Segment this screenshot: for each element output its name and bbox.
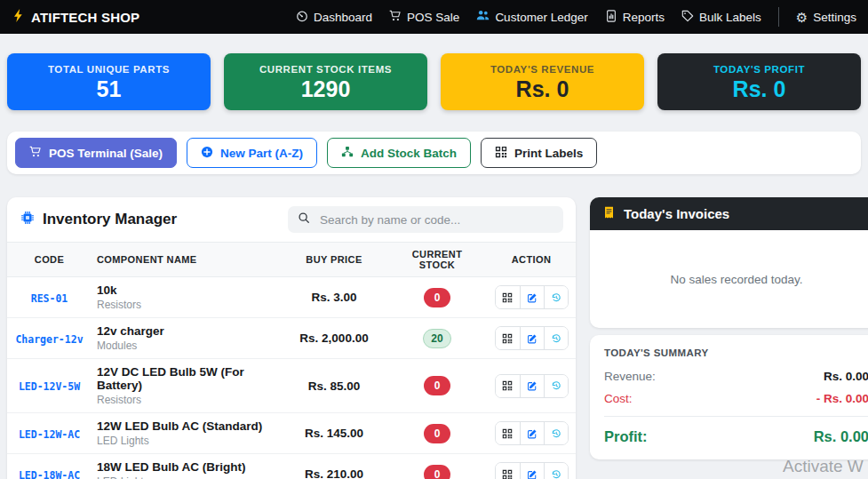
profit-value: Rs. 0.00 <box>814 428 868 445</box>
stat-card-todays-revenue: TODAY'S REVENUE Rs. 0 <box>441 53 644 110</box>
part-code-link[interactable]: LED-18W-AC <box>19 469 80 479</box>
search-box[interactable] <box>288 206 563 233</box>
part-code-link[interactable]: RES-01 <box>31 292 68 305</box>
summary-heading: TODAY'S SUMMARY <box>604 347 868 358</box>
nav-item-customer-ledger[interactable]: Customer Ledger <box>476 9 587 25</box>
file-bar-graph-icon <box>605 10 617 25</box>
part-code-link[interactable]: LED-12V-5W <box>19 380 80 393</box>
edit-button[interactable] <box>520 327 544 349</box>
nav-item-settings[interactable]: ⚙ Settings <box>796 11 856 24</box>
component-category: LED Lights <box>97 435 275 447</box>
stat-label: CURRENT STOCK ITEMS <box>259 64 392 75</box>
invoices-panel-header: Today's Invoices <box>590 197 868 230</box>
table-row: LED-12W-AC 12W LED Bulb AC (Standard) LE… <box>7 413 576 454</box>
search-icon <box>298 212 310 228</box>
gears-icon: ⚙ <box>796 11 808 24</box>
edit-button[interactable] <box>520 286 544 308</box>
stat-value: Rs. 0 <box>516 78 569 100</box>
button-label: Print Labels <box>514 147 583 160</box>
qr-label-button[interactable] <box>496 375 520 397</box>
summary-cost-row: Cost: - Rs. 0.00 <box>604 392 868 405</box>
app-page: ATIFTECH SHOP Dashboard POS Sale Custome… <box>0 0 868 479</box>
row-action-group <box>495 285 569 309</box>
profit-label: Profit: <box>604 428 648 445</box>
history-button[interactable] <box>544 286 568 308</box>
right-column: Today's Invoices No sales recorded today… <box>590 197 868 459</box>
table-row: LED-18W-AC 18W LED Bulb AC (Bright) LED … <box>7 454 576 479</box>
component-name: 12V DC LED Bulb 5W (For Battery) <box>97 365 275 392</box>
brand-name: ATIFTECH SHOP <box>31 10 139 25</box>
lightning-bolt-icon <box>12 9 25 25</box>
action-toolbar: POS Terminal (Sale) New Part (A-Z) Add S… <box>7 132 861 174</box>
buy-price: Rs. 3.00 <box>281 277 387 318</box>
history-button[interactable] <box>544 327 568 349</box>
inventory-manager-card: Inventory Manager CODE COMPONENT NAME BU… <box>7 197 576 479</box>
button-label: New Part (A-Z) <box>220 147 303 160</box>
edit-button[interactable] <box>520 375 544 397</box>
summary-divider <box>604 416 868 417</box>
edit-button[interactable] <box>520 463 544 479</box>
revenue-value: Rs. 0.00 <box>824 370 868 383</box>
search-input[interactable] <box>318 212 553 228</box>
part-code-link[interactable]: Charger-12v <box>15 333 83 346</box>
print-labels-button[interactable]: Print Labels <box>481 138 597 168</box>
summary-profit-row: Profit: Rs. 0.00 <box>604 428 868 445</box>
nav-item-label: Dashboard <box>314 11 372 24</box>
nav-item-label: POS Sale <box>407 11 459 24</box>
cart-icon <box>29 146 42 161</box>
buy-price: Rs. 210.00 <box>281 454 387 479</box>
qr-label-button[interactable] <box>496 286 520 308</box>
qr-label-button[interactable] <box>496 327 520 349</box>
inventory-title: Inventory Manager <box>20 210 177 230</box>
row-action-group <box>495 326 569 350</box>
button-label: Add Stock Batch <box>361 147 457 160</box>
stock-badge: 0 <box>424 376 450 395</box>
nav-item-dashboard[interactable]: Dashboard <box>296 10 372 25</box>
revenue-label: Revenue: <box>604 370 656 383</box>
nav-item-reports[interactable]: Reports <box>605 10 665 25</box>
plus-circle-icon <box>201 146 213 161</box>
nav-item-label: Settings <box>813 11 856 24</box>
brand[interactable]: ATIFTECH SHOP <box>12 9 139 25</box>
stat-value: 1290 <box>301 78 351 100</box>
microchip-icon <box>20 210 36 230</box>
stat-card-total-unique-parts: TOTAL UNIQUE PARTS 51 <box>7 53 211 110</box>
invoices-empty-message: No sales recorded today. <box>590 230 868 328</box>
nav-item-pos-sale[interactable]: POS Sale <box>389 10 459 25</box>
activate-windows-watermark: Activate W <box>783 457 864 476</box>
inventory-title-text: Inventory Manager <box>43 211 177 228</box>
history-button[interactable] <box>544 422 568 444</box>
inventory-header: Inventory Manager <box>7 197 576 242</box>
stock-badge: 0 <box>424 465 450 479</box>
stat-label: TOTAL UNIQUE PARTS <box>48 64 170 75</box>
qr-label-button[interactable] <box>496 463 520 479</box>
todays-invoices-panel: Today's Invoices No sales recorded today… <box>590 197 868 328</box>
stat-label: TODAY'S REVENUE <box>490 64 594 75</box>
buy-price: Rs. 2,000.00 <box>281 318 387 359</box>
column-header-buy-price: BUY PRICE <box>281 243 387 277</box>
stat-label: TODAY'S PROFIT <box>713 64 805 75</box>
history-button[interactable] <box>544 463 568 479</box>
qr-code-icon <box>495 146 507 161</box>
column-header-current-stock: CURRENT STOCK <box>387 243 487 277</box>
history-button[interactable] <box>544 375 568 397</box>
qr-label-button[interactable] <box>496 422 520 444</box>
cost-label: Cost: <box>604 392 633 405</box>
invoices-title: Today's Invoices <box>624 206 729 221</box>
nav-item-label: Bulk Labels <box>699 11 761 24</box>
component-name: 10k <box>97 283 275 297</box>
nav-item-bulk-labels[interactable]: Bulk Labels <box>681 10 761 25</box>
row-action-group <box>495 421 569 445</box>
row-action-group <box>495 462 569 479</box>
add-stock-batch-button[interactable]: Add Stock Batch <box>327 138 471 168</box>
component-name: 12v charger <box>97 324 275 338</box>
receipt-icon <box>602 206 616 222</box>
component-category: Resistors <box>97 394 275 406</box>
speedometer-icon <box>296 10 308 25</box>
pos-terminal-button[interactable]: POS Terminal (Sale) <box>15 138 177 168</box>
edit-button[interactable] <box>520 422 544 444</box>
button-label: POS Terminal (Sale) <box>49 147 163 160</box>
new-part-button[interactable]: New Part (A-Z) <box>187 138 317 168</box>
component-category: Resistors <box>97 299 275 311</box>
part-code-link[interactable]: LED-12W-AC <box>19 428 80 441</box>
